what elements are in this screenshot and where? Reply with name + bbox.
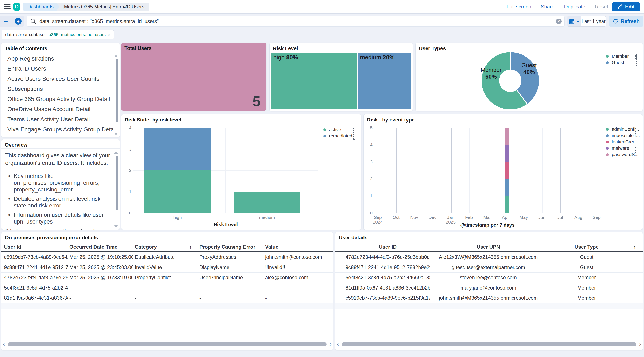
legend-item-malware: malware bbox=[606, 146, 629, 151]
column-header-user-id[interactable]: User ID bbox=[346, 242, 430, 252]
hscroll-thumb[interactable] bbox=[342, 342, 636, 346]
column-header-user-type[interactable]: User Type bbox=[555, 242, 618, 252]
treemap-segment-high[interactable]: high80% bbox=[271, 52, 357, 109]
toc-item-active-users-services-user-cou[interactable]: Active Users Services User Counts bbox=[2, 74, 113, 84]
legend-options-icon[interactable] bbox=[353, 128, 355, 133]
divider bbox=[336, 241, 642, 242]
bar-segment-passwords[interactable] bbox=[504, 128, 509, 145]
y-tick-label: 3 bbox=[124, 147, 132, 152]
x-axis-title: Risk Level bbox=[133, 222, 318, 228]
bar-segment-adminconfi[interactable] bbox=[504, 196, 509, 213]
calendar-icon bbox=[569, 18, 574, 24]
risk-level-treemap: high80%medium20% bbox=[271, 52, 411, 109]
legend-options-icon[interactable] bbox=[634, 127, 636, 133]
legend-label[interactable]: Member bbox=[612, 54, 629, 59]
bar-segment-remediated[interactable] bbox=[144, 128, 211, 170]
bar-medium[interactable] bbox=[234, 192, 300, 213]
chevron-down-icon bbox=[576, 19, 580, 24]
scroll-down-icon[interactable] bbox=[114, 225, 118, 228]
time-range-value[interactable]: Last 1 year bbox=[581, 16, 606, 26]
table-cell: Guest bbox=[555, 262, 618, 272]
query-input[interactable]: data_stream.dataset : "o365_metrics.entr… bbox=[26, 16, 565, 26]
bar-segment-active[interactable] bbox=[234, 192, 300, 213]
legend-options-icon[interactable] bbox=[634, 146, 636, 152]
toc-item-viva-engage-groups-activity-gr[interactable]: Viva Engage Groups Activity Group Detail bbox=[2, 124, 113, 134]
column-header-user-id[interactable]: User Id bbox=[4, 242, 68, 252]
column-header-category[interactable]: Category bbox=[135, 242, 188, 252]
add-filter-button[interactable]: + bbox=[12, 16, 24, 26]
edit-button[interactable]: Edit bbox=[612, 2, 640, 12]
scroll-down-icon[interactable] bbox=[114, 133, 118, 135]
scroll-left-icon[interactable]: ‹ bbox=[3, 341, 5, 347]
toc-item-entra-id-users[interactable]: Entra ID Users bbox=[2, 64, 113, 74]
legend-options-icon[interactable] bbox=[635, 60, 636, 66]
scroll-up-icon[interactable] bbox=[114, 151, 118, 154]
legend-options-icon[interactable] bbox=[353, 134, 355, 140]
column-header-value[interactable]: Value bbox=[265, 242, 330, 252]
sort-ascending-icon[interactable]: ↑ bbox=[189, 242, 192, 252]
scroll-right-icon[interactable]: › bbox=[330, 341, 332, 347]
scroll-left-icon[interactable]: ‹ bbox=[337, 341, 339, 347]
table-cell: - bbox=[70, 293, 133, 303]
table-row: 9c88f471-2241-4d1e-9512-7882b9e2f6b4Mar … bbox=[2, 262, 333, 273]
toc-item-onedrive-usage-account-detail[interactable]: OneDrive Usage Account Detail bbox=[2, 104, 113, 114]
legend-options-icon[interactable] bbox=[634, 140, 636, 146]
filter-pill[interactable]: data_stream.dataset: o365_metrics.entra_… bbox=[2, 30, 114, 39]
table-row: 4782e723-f4f4-4af3-a76e-25e3bab0d896Mar … bbox=[2, 272, 333, 283]
gridline bbox=[560, 128, 561, 213]
breadcrumb-dashboards[interactable]: Dashboards bbox=[23, 3, 60, 11]
legend-options-icon[interactable] bbox=[634, 152, 636, 158]
stacked-event-bar[interactable] bbox=[504, 128, 509, 213]
legend-dot-icon bbox=[606, 141, 609, 144]
bar-segment-malware[interactable] bbox=[504, 145, 509, 162]
scroll-up-icon[interactable] bbox=[114, 55, 118, 57]
legend-label[interactable]: Guest bbox=[612, 60, 624, 65]
toc-item-subscriptions[interactable]: Subscriptions bbox=[2, 84, 113, 94]
table-cell: Ale12x3W@M365x214355.onmicrosoft.com bbox=[436, 252, 541, 262]
breadcrumb-metrics-o365-metrics-ent[interactable]: [Metrics O365 Metrics] Entra ID Users bbox=[56, 3, 149, 11]
legend-options-icon[interactable] bbox=[635, 54, 636, 60]
refresh-button[interactable]: Refresh bbox=[609, 16, 643, 26]
legend-label[interactable]: malware bbox=[612, 146, 629, 151]
clear-query-icon[interactable]: × bbox=[556, 18, 562, 24]
toc-scrollbar[interactable] bbox=[116, 59, 118, 122]
bar-segment-leakedcred[interactable] bbox=[504, 162, 509, 179]
toc-item-office-365-groups-activity-gro[interactable]: Office 365 Groups Activity Group Detail bbox=[2, 94, 113, 104]
legend-label[interactable]: remediated bbox=[329, 133, 352, 139]
donut-slice-separator bbox=[510, 52, 511, 81]
toc-item-teams-user-activity-user-detai[interactable]: Teams User Activity User Detail bbox=[2, 114, 113, 124]
table-empty-band bbox=[2, 303, 333, 308]
panel-onprem-errors-table: On premises provisioning error details U… bbox=[1, 232, 333, 350]
column-header-occurred-date-time[interactable]: Occurred Date Time bbox=[70, 242, 133, 252]
table-cell: UserPrincipalName bbox=[199, 272, 262, 282]
legend-item-guest: Guest bbox=[606, 60, 624, 65]
table-cell: steven.lee@contoso.com bbox=[436, 272, 541, 282]
date-quick-select-button[interactable] bbox=[568, 16, 581, 26]
overview-scrollbar[interactable] bbox=[116, 156, 118, 210]
column-header-user-upn[interactable]: User UPN bbox=[436, 242, 541, 252]
menu-hamburger-icon[interactable] bbox=[4, 4, 10, 9]
filter-value: o365_metrics.entra_id_users bbox=[48, 32, 106, 37]
remove-filter-icon[interactable]: × bbox=[108, 32, 110, 37]
pencil-icon bbox=[617, 4, 623, 10]
header-action-share[interactable]: Share bbox=[541, 4, 554, 10]
header-action-reset[interactable]: Reset bbox=[595, 4, 608, 10]
legend-label[interactable]: active bbox=[329, 127, 341, 132]
scroll-right-icon[interactable]: › bbox=[639, 341, 641, 347]
sort-ascending-icon[interactable]: ↑ bbox=[633, 242, 636, 252]
treemap-segment-medium[interactable]: medium20% bbox=[358, 52, 411, 109]
bar-high[interactable] bbox=[144, 128, 211, 213]
hscroll-thumb[interactable] bbox=[8, 342, 326, 346]
column-header-property-causing-error[interactable]: Property Causing Error bbox=[199, 242, 262, 252]
toc-item-app-registrations[interactable]: App Registrations bbox=[2, 54, 113, 64]
legend-options-icon[interactable] bbox=[634, 134, 636, 139]
table-cell: c5919cb7-73cb-4a89-9ec6-b215f3a17f34 bbox=[346, 293, 430, 303]
header-action-duplicate[interactable]: Duplicate bbox=[564, 4, 585, 10]
filter-menu-button[interactable] bbox=[0, 16, 12, 26]
bar-segment-active[interactable] bbox=[144, 170, 211, 213]
header-action-full-screen[interactable]: Full screen bbox=[506, 4, 531, 10]
bar-segment-impossiblet[interactable] bbox=[504, 179, 509, 196]
y-tick-label: 0 bbox=[365, 211, 372, 215]
legend-item-adminconfi: adminConfi... bbox=[606, 126, 639, 132]
space-avatar[interactable]: D bbox=[13, 3, 20, 10]
